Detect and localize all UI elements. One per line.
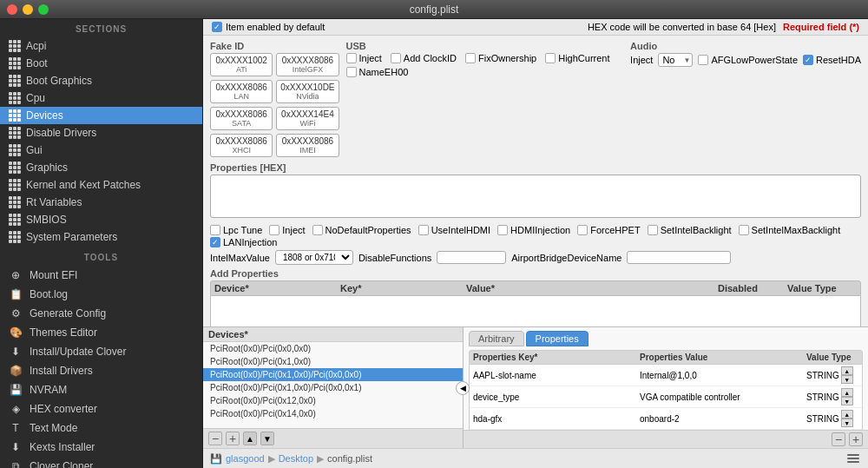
hex-textarea[interactable] bbox=[210, 175, 861, 218]
fake-id-item-2[interactable]: 0xXXXX8086LAN bbox=[210, 80, 273, 103]
main-cb-2[interactable]: NoDefaultProperties bbox=[312, 225, 411, 235]
main-checkbox-5[interactable] bbox=[577, 225, 588, 235]
main-checkbox-6[interactable] bbox=[648, 225, 658, 235]
sidebar-item-graphics[interactable]: Graphics bbox=[0, 159, 202, 176]
minimize-button[interactable] bbox=[23, 4, 33, 15]
fake-id-item-6[interactable]: 0xXXXX8086XHCI bbox=[210, 134, 273, 157]
sidebar-item-boot[interactable]: Boot bbox=[0, 55, 202, 72]
usb-checkbox-3[interactable] bbox=[545, 53, 556, 63]
main-cb-6[interactable]: SetIntelBacklight bbox=[648, 225, 732, 235]
tool-item-hex-converter[interactable]: ◈HEX converter bbox=[0, 399, 202, 419]
devices-down-button[interactable]: ▼ bbox=[260, 432, 274, 445]
main-cb-0[interactable]: Lpc Tune bbox=[210, 225, 262, 235]
main-checkbox-3[interactable] bbox=[418, 225, 429, 235]
device-list-item-5[interactable]: PciRoot(0x0)/Pci(0x14,0x0) bbox=[203, 407, 463, 420]
sidebar-item-smbios[interactable]: SMBIOS bbox=[0, 211, 202, 228]
props-remove-button[interactable]: − bbox=[832, 432, 845, 446]
main-checkbox-4[interactable] bbox=[497, 225, 508, 235]
main-checkbox-1[interactable] bbox=[269, 225, 279, 235]
intel-max-select[interactable]: 1808 or 0x710 bbox=[275, 250, 353, 265]
breadcrumb-desktop[interactable]: Desktop bbox=[279, 453, 313, 464]
stepper-down-2[interactable]: ▼ bbox=[841, 419, 853, 427]
sidebar-item-devices[interactable]: Devices bbox=[0, 107, 202, 124]
maximize-button[interactable] bbox=[38, 4, 49, 15]
usb-cb-0[interactable]: Inject bbox=[346, 53, 382, 63]
tool-item-text-mode[interactable]: TText Mode bbox=[0, 419, 202, 438]
device-list-item-3[interactable]: PciRoot(0x0)/Pci(0x1,0x0)/Pci(0x0,0x1) bbox=[203, 381, 463, 394]
airport-input[interactable] bbox=[627, 251, 731, 264]
tool-item-clover-cloner[interactable]: ⧉Clover Cloner bbox=[0, 457, 202, 468]
sidebar-item-system-parameters[interactable]: System Parameters bbox=[0, 228, 202, 246]
collapse-button[interactable]: ◀ bbox=[456, 381, 470, 395]
afglow-checkbox-item[interactable]: AFGLowPowerState bbox=[698, 55, 798, 65]
fake-id-item-0[interactable]: 0xXXXX1002ATi bbox=[210, 53, 273, 76]
main-cb-5[interactable]: ForceHPET bbox=[577, 225, 640, 235]
devices-remove-button[interactable]: − bbox=[208, 432, 222, 445]
tool-item-themes-editor[interactable]: 🎨Themes Editor bbox=[0, 323, 202, 342]
sidebar-item-cpu[interactable]: Cpu bbox=[0, 89, 202, 107]
audio-inject-select[interactable]: NoYes123 bbox=[658, 53, 693, 67]
sidebar-item-kernel-and-kext-patches[interactable]: Kernel and Kext Patches bbox=[0, 176, 202, 194]
props-stepper-2[interactable]: ▲ ▼ bbox=[841, 410, 853, 427]
tool-item-install-update-clover[interactable]: ⬇Install/Update Clover bbox=[0, 342, 202, 361]
main-cb-8[interactable]: LANInjection bbox=[210, 237, 277, 247]
main-cb-7[interactable]: SetIntelMaxBacklight bbox=[739, 225, 841, 235]
tab-properties[interactable]: Properties bbox=[526, 331, 589, 346]
disable-functions-input[interactable] bbox=[437, 251, 506, 264]
stepper-up-1[interactable]: ▲ bbox=[841, 388, 853, 397]
usb-cb-3[interactable]: HighCurrent bbox=[545, 53, 609, 63]
sidebar-item-rt-variables[interactable]: Rt Variables bbox=[0, 194, 202, 211]
tool-item-generate-config[interactable]: ⚙Generate Config bbox=[0, 304, 202, 323]
usb-cb-4[interactable]: NameEH00 bbox=[346, 67, 409, 77]
sidebar-item-boot-graphics[interactable]: Boot Graphics bbox=[0, 72, 202, 89]
sidebar-item-acpi[interactable]: Acpi bbox=[0, 37, 202, 55]
fake-id-item-4[interactable]: 0xXXXX8086SATA bbox=[210, 107, 273, 130]
main-checkbox-7[interactable] bbox=[739, 225, 749, 235]
device-list-item-4[interactable]: PciRoot(0x0)/Pci(0x12,0x0) bbox=[203, 394, 463, 407]
tool-item-boot-log[interactable]: 📋Boot.log bbox=[0, 285, 202, 304]
usb-checkbox-4[interactable] bbox=[346, 67, 357, 77]
main-checkbox-8[interactable] bbox=[210, 237, 220, 247]
usb-cb-2[interactable]: FixOwnership bbox=[465, 53, 536, 63]
device-list-item-2[interactable]: PciRoot(0x0)/Pci(0x1,0x0)/Pci(0x0,0x0) bbox=[203, 368, 463, 381]
main-cb-1[interactable]: Inject bbox=[269, 225, 305, 235]
usb-cb-1[interactable]: Add ClockID bbox=[391, 53, 457, 63]
devices-add-button[interactable]: + bbox=[226, 432, 240, 445]
resethda-checkbox[interactable] bbox=[803, 55, 813, 65]
stepper-down-0[interactable]: ▼ bbox=[841, 375, 853, 384]
tab-arbitrary[interactable]: Arbitrary bbox=[469, 331, 524, 346]
stepper-up-0[interactable]: ▲ bbox=[841, 366, 853, 375]
afglow-checkbox[interactable] bbox=[698, 55, 708, 65]
sidebar-item-disable-drivers[interactable]: Disable Drivers bbox=[0, 124, 202, 142]
device-list-item-0[interactable]: PciRoot(0x0)/Pci(0x0,0x0) bbox=[203, 342, 463, 355]
default-checkbox-wrapper[interactable]: Item enabled by default bbox=[212, 22, 325, 32]
usb-checkbox-2[interactable] bbox=[465, 53, 476, 63]
close-button[interactable] bbox=[7, 4, 17, 15]
resethda-checkbox-item[interactable]: ResetHDA bbox=[803, 55, 861, 65]
hamburger-menu[interactable] bbox=[845, 452, 861, 465]
fake-id-item-7[interactable]: 0xXXXX8086IMEI bbox=[276, 134, 339, 157]
usb-checkbox-0[interactable] bbox=[346, 53, 357, 63]
sidebar-item-gui[interactable]: Gui bbox=[0, 142, 202, 159]
props-stepper-0[interactable]: ▲ ▼ bbox=[841, 366, 853, 384]
item-enabled-checkbox[interactable] bbox=[212, 22, 222, 32]
usb-checkbox-1[interactable] bbox=[391, 53, 401, 63]
devices-up-button[interactable]: ▲ bbox=[243, 432, 257, 445]
main-cb-3[interactable]: UseIntelHDMI bbox=[418, 225, 490, 235]
main-cb-4[interactable]: HDMIInjection bbox=[497, 225, 570, 235]
tool-item-nvram[interactable]: 💾NVRAM bbox=[0, 380, 202, 399]
tool-item-mount-efi[interactable]: ⊕Mount EFI bbox=[0, 266, 202, 285]
breadcrumb-user[interactable]: glasgood bbox=[226, 453, 265, 464]
stepper-down-1[interactable]: ▼ bbox=[841, 397, 853, 405]
tool-item-kexts-installer[interactable]: ⬇Kexts Installer bbox=[0, 438, 202, 457]
stepper-up-2[interactable]: ▲ bbox=[841, 410, 853, 419]
fake-id-item-3[interactable]: 0xXXXX10DENVidia bbox=[276, 80, 339, 103]
props-add-button[interactable]: + bbox=[849, 432, 863, 446]
audio-inject-select-wrapper[interactable]: NoYes123 bbox=[658, 53, 693, 67]
fake-id-item-1[interactable]: 0xXXXX8086IntelGFX bbox=[276, 53, 339, 76]
props-stepper-1[interactable]: ▲ ▼ bbox=[841, 388, 853, 405]
main-checkbox-0[interactable] bbox=[210, 225, 220, 235]
device-list-item-1[interactable]: PciRoot(0x0)/Pci(0x1,0x0) bbox=[203, 355, 463, 368]
fake-id-item-5[interactable]: 0xXXXX14E4WiFi bbox=[276, 107, 339, 130]
tool-item-install-drivers[interactable]: 📦Install Drivers bbox=[0, 361, 202, 380]
